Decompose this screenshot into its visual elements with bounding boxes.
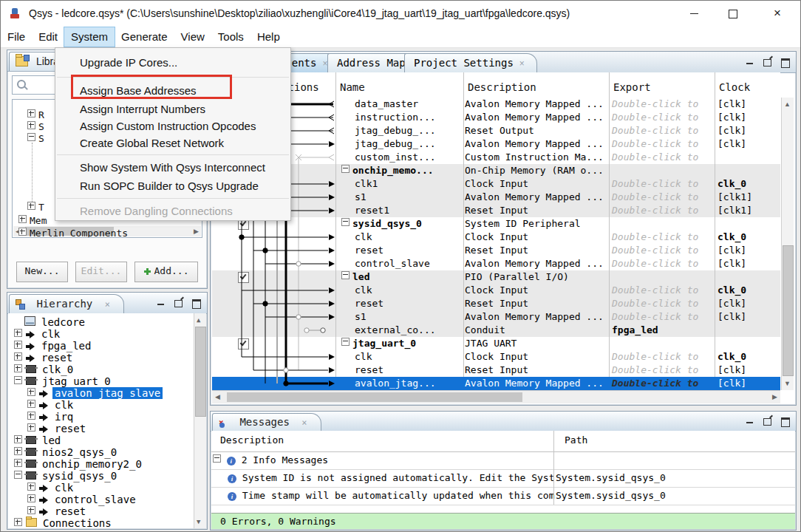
messages-column-path[interactable]: Path	[565, 434, 587, 446]
cell-clock[interactable]: [clk]	[715, 364, 780, 377]
cell-clock[interactable]: clk_0	[715, 350, 780, 364]
scrollbar-thumb[interactable]	[227, 392, 522, 402]
close-icon[interactable]: ×	[519, 58, 525, 69]
column-header-name[interactable]: Name	[340, 81, 365, 93]
hierarchy-item-nios2_qsys_0[interactable]: nios2_qsys_0	[14, 446, 119, 458]
expand-icon[interactable]	[27, 506, 35, 514]
expand-icon[interactable]	[27, 121, 35, 129]
cell-export[interactable]: Double-click to	[609, 204, 716, 217]
expand-icon[interactable]	[14, 329, 22, 337]
collapse-icon[interactable]	[341, 165, 350, 173]
library-tree-item[interactable]: Mem	[18, 215, 47, 226]
expand-icon[interactable]	[14, 435, 22, 443]
cell-clock[interactable]: [clk1]	[715, 204, 780, 217]
expand-icon[interactable]	[14, 459, 22, 467]
collapse-icon[interactable]	[14, 376, 22, 384]
cell-clock[interactable]	[715, 324, 780, 337]
collapse-icon[interactable]	[341, 338, 350, 346]
hierarchy-vertical-scrollbar[interactable]: ▲ ▼	[194, 313, 206, 528]
cell-export[interactable]: fpga_led	[609, 324, 716, 337]
expand-icon[interactable]	[14, 364, 22, 372]
cell-export[interactable]: Double-click to	[609, 377, 716, 390]
contents-horizontal-scrollbar[interactable]: ◀ ▶	[212, 390, 780, 403]
add-button[interactable]: Add...	[134, 262, 198, 282]
library-tree-item[interactable]: S	[27, 133, 44, 144]
messages-tab[interactable]: Messages ×	[212, 413, 321, 431]
cell-clock[interactable]: clk_0	[715, 284, 780, 297]
cell-clock[interactable]	[715, 337, 780, 350]
hierarchy-item-ledcore[interactable]: ledcore	[13, 316, 87, 328]
message-row[interactable]: i Time stamp will be automatically updat…	[211, 487, 795, 505]
scroll-left-arrow[interactable]: ◀	[215, 392, 220, 402]
menubar-item-view[interactable]: View	[174, 27, 211, 47]
cell-clock[interactable]: [clk]	[715, 377, 780, 390]
cell-export[interactable]: Double-click to	[609, 284, 716, 297]
hierarchy-item-clk[interactable]: clk	[27, 482, 75, 494]
hierarchy-item-led[interactable]: led	[14, 434, 63, 446]
hierarchy-item-clk_0[interactable]: clk_0	[14, 364, 75, 375]
hierarchy-item-fpga_led[interactable]: fpga_led	[14, 340, 93, 352]
expand-icon[interactable]	[27, 202, 35, 210]
message-row[interactable]: i System ID is not assigned automaticall…	[211, 469, 795, 488]
expand-icon[interactable]	[27, 412, 35, 420]
cell-export[interactable]: Double-click to	[609, 310, 716, 324]
hierarchy-item-irq[interactable]: irq	[27, 411, 75, 423]
menubar-item-edit[interactable]: Edit	[32, 27, 64, 47]
window-close-button[interactable]: ×	[760, 1, 794, 26]
scroll-right-arrow[interactable]: ▶	[194, 226, 199, 236]
hierarchy-item-jtag_uart_0[interactable]: jtag_uart_0	[14, 375, 113, 387]
cell-export[interactable]: Double-click to	[609, 244, 716, 257]
edit-button[interactable]: Edit...	[75, 262, 127, 282]
scroll-up-arrow[interactable]: ▲	[784, 99, 791, 109]
expand-icon[interactable]	[14, 518, 22, 526]
expand-icon[interactable]	[27, 388, 35, 396]
collapse-icon[interactable]	[213, 454, 221, 463]
hierarchy-item-control_slave[interactable]: control_slave	[27, 494, 138, 505]
cell-clock[interactable]: [clk]	[715, 297, 780, 310]
cell-clock[interactable]: [clk]	[715, 111, 780, 124]
cell-export[interactable]	[609, 164, 716, 177]
menubar-item-file[interactable]: File	[1, 27, 32, 47]
cell-clock[interactable]	[715, 164, 780, 177]
menu-item-assign-interrupt-numbers[interactable]: Assign Interrupt Numbers	[55, 100, 290, 117]
collapse-icon[interactable]	[27, 133, 35, 141]
close-icon[interactable]: ×	[301, 417, 307, 428]
hierarchy-item-clk[interactable]: clk	[27, 399, 75, 411]
expand-icon[interactable]	[27, 400, 35, 408]
scroll-right-arrow[interactable]: ▶	[772, 392, 777, 402]
contents-vertical-scrollbar[interactable]: ▲ ▼	[781, 98, 794, 390]
expand-icon[interactable]	[14, 341, 22, 349]
cell-export[interactable]: Double-click to	[609, 297, 716, 310]
collapse-icon[interactable]	[14, 471, 22, 479]
expand-icon[interactable]	[18, 228, 27, 236]
scroll-down-arrow[interactable]: ▼	[784, 378, 791, 389]
cell-export[interactable]: Double-click to	[609, 98, 716, 111]
menu-item-assign-custom-instruction-opcodes[interactable]: Assign Custom Instruction Opcodes	[55, 117, 290, 134]
cell-clock[interactable]	[715, 151, 780, 164]
hierarchy-item-sysid_qsys_0[interactable]: sysid_qsys_0	[14, 470, 119, 482]
cell-export[interactable]: Double-click to	[609, 124, 716, 137]
menu-item-show-system-with-qsys-interconnect[interactable]: Show System With Qsys Interconnect	[55, 158, 290, 177]
cell-clock[interactable]: clk_0	[715, 231, 780, 244]
cell-export[interactable]: Double-click to	[609, 177, 716, 191]
cell-clock[interactable]: [clk]	[715, 257, 780, 270]
expand-icon[interactable]	[18, 215, 27, 223]
library-tree-item[interactable]: T	[27, 202, 44, 213]
float-panel-icon[interactable]	[174, 300, 183, 307]
cell-clock[interactable]	[715, 217, 780, 231]
hierarchy-item-reset[interactable]: reset	[27, 423, 88, 434]
cell-clock[interactable]: [clk]	[715, 124, 780, 137]
messages-group-row[interactable]: i 2 Info Messages	[211, 451, 795, 470]
messages-column-description[interactable]: Description	[220, 434, 284, 446]
library-tree-item[interactable]: Merlin Components	[18, 228, 128, 238]
cell-export[interactable]: Double-click to	[609, 231, 716, 244]
cell-clock[interactable]: [clk]	[715, 310, 780, 324]
cell-clock[interactable]	[715, 270, 780, 284]
window-minimize-button[interactable]	[677, 1, 711, 26]
float-panel-icon[interactable]	[763, 59, 771, 66]
expand-icon[interactable]	[27, 482, 35, 491]
library-tree-item[interactable]: R	[27, 109, 44, 120]
menubar-item-generate[interactable]: Generate	[115, 27, 174, 47]
maximize-panel-icon[interactable]	[192, 299, 201, 309]
hierarchy-item-reset[interactable]: reset	[27, 505, 88, 517]
